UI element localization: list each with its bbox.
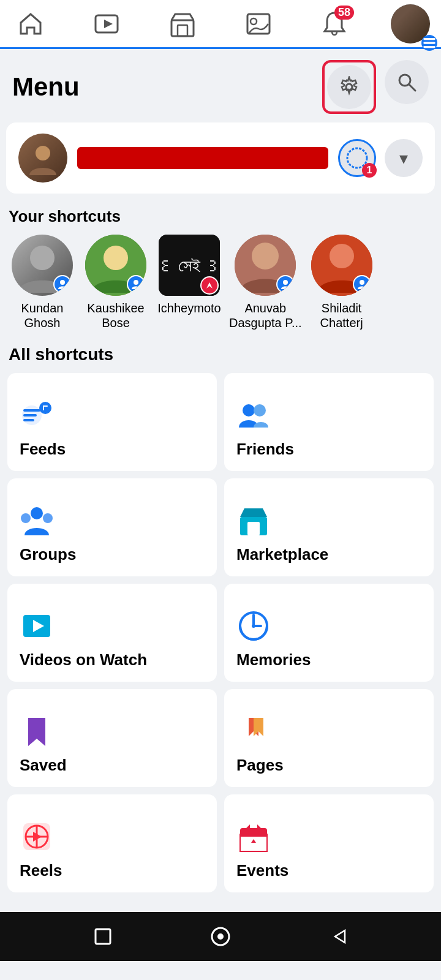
shortcut-name: ShiladitChatterj — [320, 301, 363, 330]
svg-rect-32 — [23, 419, 34, 421]
profile-card: 1 ▾ — [6, 123, 435, 194]
svg-rect-6 — [423, 37, 435, 39]
reels-label: Reels — [20, 861, 205, 880]
saved-menu-item[interactable]: Saved — [7, 689, 217, 787]
svg-rect-7 — [423, 42, 435, 43]
pages-label: Pages — [236, 756, 421, 775]
shortcut-name: Ichheymoto — [157, 301, 221, 315]
android-back-button[interactable] — [323, 921, 354, 952]
menu-grid: Feeds Friends — [0, 371, 441, 900]
your-shortcuts-section: Your shortcuts KundanGhosh — [0, 201, 441, 339]
marketplace-menu-item[interactable]: Marketplace — [224, 478, 434, 576]
shortcut-avatar — [235, 235, 296, 296]
story-button[interactable]: 1 — [338, 139, 376, 177]
feeds-menu-item[interactable]: Feeds — [7, 373, 217, 471]
people-badge-icon — [276, 275, 295, 293]
svg-point-13 — [352, 153, 362, 163]
svg-rect-8 — [423, 45, 435, 47]
page-badge-icon — [200, 276, 219, 295]
shortcut-avatar — [85, 235, 146, 296]
watch-icon — [20, 609, 54, 643]
svg-rect-3 — [178, 25, 187, 36]
shortcut-name: KundanGhosh — [21, 301, 64, 330]
reels-icon — [20, 820, 54, 854]
events-menu-item[interactable]: Events — [224, 794, 434, 892]
videos-on-watch-menu-item[interactable]: Videos on Watch — [7, 584, 217, 682]
notification-count-badge: 58 — [334, 6, 354, 20]
svg-point-36 — [243, 404, 255, 417]
settings-button[interactable] — [327, 65, 371, 109]
svg-point-5 — [251, 18, 257, 24]
menu-overlay-icon — [421, 35, 437, 51]
svg-point-28 — [360, 280, 364, 285]
pages-menu-item[interactable]: Pages — [224, 689, 434, 787]
home-nav-button[interactable] — [6, 0, 55, 48]
user-avatar[interactable] — [18, 134, 67, 183]
search-button[interactable] — [385, 60, 429, 104]
profile-nav-button[interactable] — [386, 0, 435, 48]
videos-on-watch-label: Videos on Watch — [20, 650, 205, 669]
svg-point-24 — [252, 243, 279, 270]
story-badge: 1 — [362, 163, 377, 178]
svg-marker-1 — [104, 20, 113, 28]
groups-icon — [20, 503, 54, 538]
notifications-nav-button[interactable]: 58 — [310, 0, 359, 48]
people-badge-icon — [353, 275, 371, 293]
marketplace-nav-button[interactable] — [158, 0, 207, 48]
shortcut-avatar — [311, 235, 372, 296]
svg-point-19 — [134, 280, 138, 285]
pages-nav-button[interactable] — [234, 0, 283, 48]
friends-label: Friends — [236, 440, 421, 459]
svg-point-39 — [21, 513, 31, 523]
list-item[interactable]: AnuvabDasgupta P... — [229, 235, 302, 330]
svg-rect-62 — [96, 929, 110, 944]
shortcuts-list: KundanGhosh KaushikeeBose — [0, 232, 441, 339]
friends-menu-item[interactable]: Friends — [224, 373, 434, 471]
svg-point-33 — [39, 402, 51, 414]
user-name-redacted — [77, 147, 328, 169]
list-item[interactable]: ShiladitChatterj — [308, 235, 375, 330]
groups-menu-item[interactable]: Groups — [7, 478, 217, 576]
list-item[interactable]: ꒰ সেই ꒱ Ichheymoto — [156, 235, 223, 330]
svg-point-25 — [283, 280, 288, 285]
svg-rect-2 — [172, 20, 194, 36]
svg-point-38 — [31, 507, 43, 519]
list-item[interactable]: KundanGhosh — [9, 235, 76, 330]
svg-point-12 — [36, 146, 50, 160]
friends-icon — [236, 398, 271, 432]
reels-menu-item[interactable]: Reels — [7, 794, 217, 892]
svg-point-37 — [254, 404, 266, 417]
svg-marker-65 — [335, 930, 345, 943]
profile-expand-button[interactable]: ▾ — [385, 139, 423, 177]
memories-label: Memories — [236, 650, 421, 669]
video-nav-button[interactable] — [82, 0, 131, 48]
feeds-icon — [20, 398, 54, 432]
people-badge-icon — [127, 275, 145, 293]
events-icon — [236, 820, 271, 854]
android-navigation-bar — [0, 912, 441, 961]
android-home-button[interactable] — [205, 921, 236, 952]
page-title: Menu — [12, 72, 80, 102]
saved-icon — [20, 714, 54, 748]
events-label: Events — [236, 861, 421, 880]
chevron-down-icon: ▾ — [399, 148, 408, 168]
feeds-label: Feeds — [20, 440, 205, 459]
svg-rect-30 — [23, 409, 40, 412]
svg-marker-22 — [206, 282, 213, 288]
svg-rect-31 — [23, 414, 37, 417]
list-item[interactable]: KaushikeeBose — [82, 235, 149, 330]
shortcut-avatar — [12, 235, 73, 296]
svg-point-47 — [252, 624, 255, 628]
svg-point-40 — [43, 513, 53, 523]
pages-icon — [236, 714, 271, 748]
all-shortcuts-title: All shortcuts — [0, 339, 441, 371]
marketplace-label: Marketplace — [236, 545, 421, 564]
svg-rect-35 — [43, 405, 48, 407]
android-recent-button[interactable] — [88, 921, 118, 952]
your-shortcuts-title: Your shortcuts — [0, 201, 441, 232]
shortcut-avatar: ꒰ সেই ꒱ — [159, 235, 220, 296]
settings-button-highlighted[interactable] — [322, 60, 376, 114]
memories-menu-item[interactable]: Memories — [224, 584, 434, 682]
svg-line-11 — [409, 85, 415, 91]
menu-header: Menu — [0, 49, 441, 123]
